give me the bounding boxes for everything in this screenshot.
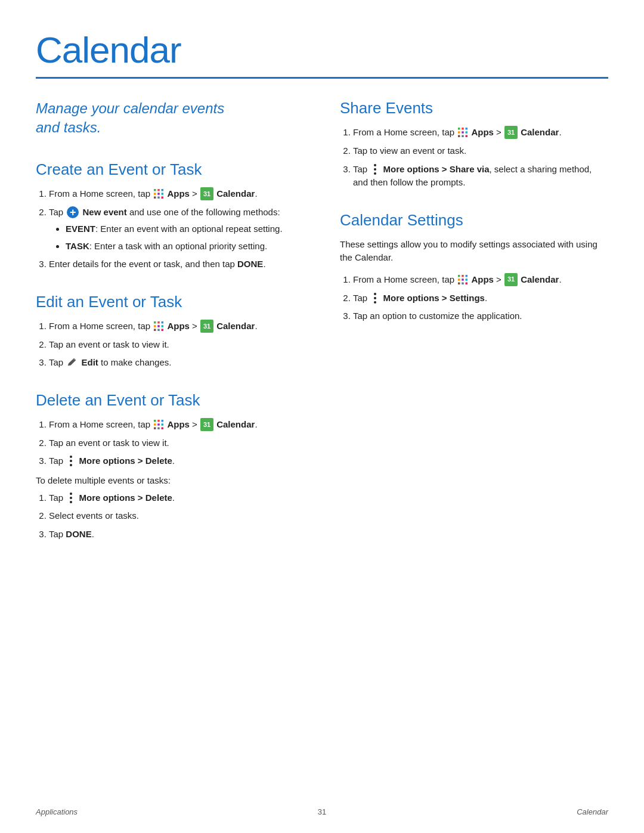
create-method-task: TASK: Enter a task with an optional prio… — [66, 240, 304, 253]
svg-rect-6 — [154, 196, 156, 199]
edit-steps-list: From a Home screen, tap — [36, 320, 304, 370]
more-options-icon-delete-multi — [66, 492, 76, 504]
pencil-icon — [67, 357, 78, 368]
apps-icon-share-1 — [457, 127, 468, 138]
svg-rect-38 — [466, 275, 468, 277]
two-column-layout: Manage your calendar eventsand tasks. Cr… — [36, 99, 608, 562]
svg-rect-41 — [466, 278, 468, 281]
delete-steps-list: From a Home screen, tap — [36, 418, 304, 468]
create-steps-list: From a Home screen, tap — [36, 187, 304, 271]
delete-multi-step-2: Select events or tasks. — [49, 509, 304, 523]
apps-icon-settings-1 — [457, 274, 468, 285]
right-column: Share Events From a Home screen, tap — [340, 99, 608, 562]
more-options-icon-settings — [370, 292, 380, 304]
svg-rect-33 — [458, 135, 460, 138]
svg-rect-30 — [458, 131, 460, 134]
svg-rect-23 — [162, 423, 164, 426]
svg-rect-3 — [154, 193, 156, 195]
svg-rect-21 — [154, 423, 156, 426]
create-step-2: Tap + New event and use one of the follo… — [49, 206, 304, 253]
svg-rect-16 — [157, 329, 160, 331]
svg-rect-31 — [462, 131, 464, 134]
section-create: Create an Event or Task From a Home scre… — [36, 160, 304, 271]
svg-rect-19 — [157, 420, 160, 422]
title-divider — [36, 77, 608, 79]
subtitle: Manage your calendar eventsand tasks. — [36, 99, 304, 138]
svg-rect-17 — [162, 329, 164, 331]
svg-rect-36 — [458, 275, 460, 277]
svg-rect-34 — [462, 135, 464, 138]
share-step-1: From a Home screen, tap — [353, 126, 608, 140]
svg-rect-44 — [466, 282, 468, 284]
svg-rect-5 — [162, 193, 164, 195]
svg-rect-1 — [157, 189, 160, 191]
svg-rect-24 — [154, 427, 156, 429]
svg-rect-11 — [162, 321, 164, 324]
svg-rect-43 — [462, 282, 464, 284]
share-step-3: Tap More options > Share via, select a s… — [353, 163, 608, 190]
left-column: Manage your calendar eventsand tasks. Cr… — [36, 99, 304, 562]
section-title-create: Create an Event or Task — [36, 160, 304, 179]
settings-step-1: From a Home screen, tap — [353, 273, 608, 287]
page-title: Calendar — [36, 29, 608, 71]
apps-icon-delete-1 — [153, 419, 164, 430]
delete-multi-step-3: Tap DONE. — [49, 528, 304, 541]
more-options-icon-delete — [66, 455, 76, 467]
calendar-icon-edit-1: 31 — [200, 320, 213, 333]
delete-step-3: Tap More options > Delete. — [49, 454, 304, 468]
svg-rect-4 — [157, 193, 160, 195]
svg-rect-26 — [162, 427, 164, 429]
svg-rect-39 — [458, 278, 460, 281]
share-step-2: Tap to view an event or task. — [353, 144, 608, 158]
footer-left: Applications — [36, 807, 78, 816]
share-steps-list: From a Home screen, tap — [340, 126, 608, 190]
page-footer: Applications 31 Calendar — [0, 807, 644, 816]
calendar-icon-settings-1: 31 — [504, 273, 518, 286]
svg-rect-25 — [157, 427, 160, 429]
settings-intro: These settings allow you to modify setti… — [340, 238, 608, 265]
footer-right: Calendar — [577, 807, 608, 816]
svg-rect-15 — [154, 329, 156, 331]
svg-rect-18 — [154, 420, 156, 422]
calendar-icon-delete-1: 31 — [200, 418, 213, 431]
svg-rect-2 — [162, 189, 164, 191]
section-share: Share Events From a Home screen, tap — [340, 99, 608, 190]
section-title-settings: Calendar Settings — [340, 211, 608, 230]
new-event-icon: + — [67, 206, 79, 218]
svg-rect-0 — [154, 189, 156, 191]
svg-rect-8 — [162, 196, 164, 199]
more-options-icon-share — [370, 163, 380, 175]
create-methods-list: EVENT: Enter an event with an optional r… — [49, 222, 304, 253]
page-container: Calendar Manage your calendar eventsand … — [0, 0, 644, 598]
svg-rect-40 — [462, 278, 464, 281]
new-event-label: New event — [83, 207, 127, 217]
edit-step-1: From a Home screen, tap — [49, 320, 304, 333]
apps-label: Apps — [167, 188, 190, 199]
settings-step-3: Tap an option to customize the applicati… — [353, 309, 608, 323]
create-step-3: Enter details for the event or task, and… — [49, 258, 304, 271]
section-delete: Delete an Event or Task From a Home scre… — [36, 391, 304, 541]
create-step-1: From a Home screen, tap — [49, 187, 304, 201]
svg-rect-28 — [462, 128, 464, 130]
delete-step-2: Tap an event or task to view it. — [49, 436, 304, 450]
svg-rect-13 — [157, 325, 160, 327]
svg-rect-32 — [466, 131, 468, 134]
section-title-delete: Delete an Event or Task — [36, 391, 304, 410]
calendar-icon-share-1: 31 — [504, 126, 518, 139]
svg-rect-35 — [466, 135, 468, 138]
section-edit: Edit an Event or Task From a Home screen… — [36, 293, 304, 370]
svg-rect-20 — [162, 420, 164, 422]
svg-rect-14 — [162, 325, 164, 327]
create-method-event: EVENT: Enter an event with an optional r… — [66, 222, 304, 236]
svg-rect-10 — [157, 321, 160, 324]
delete-multiple-header: To delete multiple events or tasks: — [36, 475, 304, 485]
settings-steps-list: From a Home screen, tap — [340, 273, 608, 323]
apps-icon-edit-1 — [153, 321, 164, 332]
delete-multiple-steps-list: Tap More options > Delete. Select events… — [36, 491, 304, 541]
calendar-label-create-1: Calendar — [216, 188, 255, 199]
section-title-edit: Edit an Event or Task — [36, 293, 304, 311]
settings-step-2: Tap More options > Settings. — [353, 292, 608, 305]
section-title-share: Share Events — [340, 99, 608, 117]
edit-step-3: Tap Edit to make changes. — [49, 356, 304, 370]
edit-step-2: Tap an event or task to view it. — [49, 338, 304, 352]
